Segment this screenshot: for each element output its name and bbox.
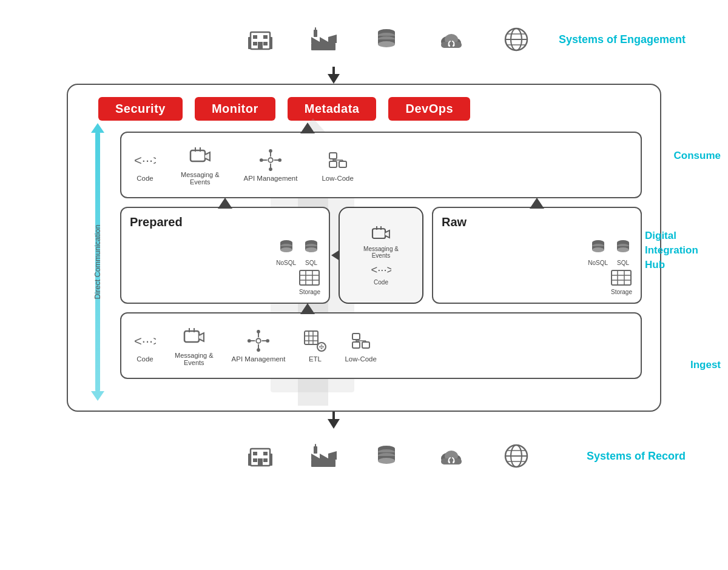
svg-point-94 [248,339,251,343]
raw-storage: Storage [611,270,632,295]
ingest-etl-label: ETL [309,355,322,363]
ingest-api-label: API Management [232,355,286,363]
ingest-row: <···> Code [120,312,642,379]
prepared-storage: Storage [299,270,320,295]
raw-label: Raw [442,215,467,229]
svg-text:<···>: <···> [371,263,392,276]
ingest-messaging-item: Messaging &Events [175,326,214,366]
top-database-icon [373,26,400,53]
svg-rect-112 [253,452,257,455]
svg-rect-44 [339,161,346,167]
svg-rect-3 [253,42,257,45]
prepared-sql: SQL [302,238,320,266]
svg-point-72 [592,247,604,252]
svg-rect-119 [311,460,335,467]
consume-lowcode-item: Low-Code [322,149,353,182]
svg-rect-6 [248,37,251,49]
svg-rect-2 [263,35,268,39]
main-box: Security Monitor Metadata DevOps Direct … [67,84,661,412]
raw-box: Raw NoSQL [432,207,642,304]
ingest-messaging-label: Messaging &Events [175,352,214,366]
svg-rect-113 [263,452,268,455]
ingest-label: Ingest [690,359,721,371]
consume-code-item: <···> Code [133,149,157,182]
messaging-icon [189,145,212,168]
svg-rect-118 [270,454,272,466]
etl-icon [303,329,326,352]
ingest-messaging-icon [183,326,206,349]
svg-rect-105 [352,342,360,348]
svg-point-53 [280,247,292,252]
hub-messaging-item: Messaging &Events [363,226,399,259]
red-badges-row: Security Monitor Metadata DevOps [98,97,642,121]
hub-center-box: Messaging &Events <···> Code [339,207,423,304]
ingest-api-icon [247,329,270,352]
raw-sql: SQL [614,238,632,266]
svg-rect-117 [248,454,251,466]
metadata-badge: Metadata [288,97,377,121]
svg-point-40 [269,167,272,171]
systems-of-engagement-label: Systems of Engagement [559,33,686,46]
bottom-building-icon [247,443,274,469]
prepared-box: Prepared NoS [120,207,330,304]
svg-rect-132 [441,458,462,464]
svg-text:<···>: <···> [134,153,156,168]
ingest-code-item: <···> Code [133,329,157,363]
monitor-badge: Monitor [195,97,275,121]
top-cloud-icon [436,26,467,53]
svg-rect-78 [612,270,631,285]
svg-rect-110 [332,412,335,420]
svg-rect-103 [352,334,360,340]
svg-rect-8 [311,43,335,50]
svg-rect-1 [253,35,257,39]
svg-rect-104 [362,342,369,348]
consume-lowcode-label: Low-Code [322,175,353,182]
direct-comm-label: Direct Communication [93,225,102,300]
hub-code-item: <···> Code [371,263,391,286]
svg-rect-21 [441,42,462,48]
svg-point-58 [305,247,317,252]
hub-arrow-left [331,250,340,261]
ingest-lowcode-item: Low-Code [345,329,376,363]
top-factory-icon [310,26,337,53]
consume-api-label: API Management [244,175,298,182]
top-building-icon [247,26,274,53]
content-area: Direct Communication Consume DigitalInte… [86,132,642,392]
svg-rect-59 [300,270,319,285]
ingest-etl-item: ETL [303,329,326,363]
consume-code-label: Code [136,175,153,182]
lowcode-icon [326,149,349,172]
consume-api-item: API Management [244,149,298,182]
svg-rect-31 [190,150,205,161]
svg-rect-64 [372,229,385,238]
svg-point-77 [617,247,629,252]
svg-rect-84 [184,331,199,342]
bottom-globe-icon [503,443,530,469]
consume-messaging-item: Messaging &Events [181,145,220,186]
consume-row: <···> Code [120,132,642,198]
svg-point-34 [268,158,273,163]
svg-rect-43 [329,153,337,159]
prepared-label: Prepared [130,215,183,229]
svg-rect-28 [332,67,335,75]
bottom-database-icon [373,443,400,469]
svg-rect-10 [315,27,316,31]
raw-nosql: NoSQL [588,238,608,266]
ingest-code-label: Code [136,355,153,363]
ingest-code-icon: <···> [133,329,157,352]
svg-rect-114 [253,458,257,462]
svg-rect-5 [258,42,263,49]
svg-rect-4 [263,42,268,45]
direct-comm-col: Direct Communication [86,132,109,392]
api-icon [259,149,282,172]
svg-point-87 [256,338,261,343]
code-icon: <···> [133,149,157,172]
svg-point-128 [378,458,395,464]
top-icons-row: Systems of Engagement [30,12,698,67]
svg-point-42 [278,158,281,162]
svg-marker-109 [328,419,340,429]
bottom-icons-row: Systems of Record [30,429,698,483]
systems-of-record-label: Systems of Record [587,450,686,463]
ingest-lowcode-icon [349,329,372,352]
bottom-factory-icon [310,443,337,469]
